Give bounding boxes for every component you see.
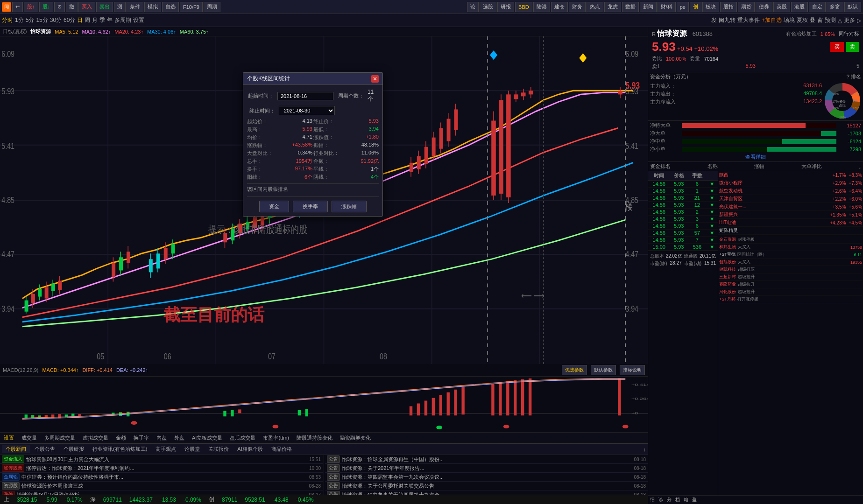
btn-futures[interactable]: 期货 [738,2,755,12]
news-tab-stock[interactable]: 个股新闻 [2,445,30,453]
tab-monthly[interactable]: 月 [92,16,98,24]
tab-minute[interactable]: 分时 [2,16,13,24]
btn-discussion[interactable]: 论 [467,2,479,12]
rank-sort[interactable]: ↓ [859,164,862,169]
btn-circle[interactable]: ⊙ [54,2,65,12]
btn-gang-gu[interactable]: 港股 [791,2,808,12]
news-right-item-4[interactable]: 公告 怡球资源：关于公司委托财关联交易公告 08-18 [325,482,648,490]
jiuzhuan[interactable]: 阑九转 [719,16,736,24]
profit-btn[interactable]: 盈 [692,497,697,503]
news-tab-announcement[interactable]: 个股公告 [31,445,59,453]
stock-list-item[interactable]: HIT电池 +4.23% +4.5% [718,219,863,227]
news-item-1[interactable]: 资金流入 怡球资源08月30日主力资金大幅流入 15:51 [0,455,323,464]
tab-inner[interactable]: 内盘 [155,434,169,442]
tab-outer[interactable]: 外盘 [172,434,186,442]
tab-15min[interactable]: 15分 [36,16,48,24]
btn-undo[interactable]: ↩ [12,2,23,12]
btn-indicator-help[interactable]: 指标说明 [620,365,645,375]
popup-btn-turnover[interactable]: 换手率 [293,201,328,212]
tab-weekly[interactable]: 周 [85,16,90,24]
tab-1min[interactable]: 1分 [15,16,24,24]
btn-optimal-params[interactable]: 优选参数 [562,365,587,375]
btn-news[interactable]: 新闻 [640,2,657,12]
stock-list-item[interactable]: 新疆振兴 +1.35% +5.1% [718,211,863,219]
btn-bonds[interactable]: 债券 [756,2,772,12]
tab-60min[interactable]: 60分 [64,16,75,24]
news-item-3[interactable]: 金属铝 中信证券：预计铝价的高位持续性将强于市... 08:53 [0,473,323,482]
tab-margin[interactable]: 融资融券变化 [338,434,373,442]
btn-hot[interactable]: 热点 [587,2,603,12]
tab-virtual-vol[interactable]: 虚拟成交量 [81,434,110,442]
btn-condition[interactable]: 条件 [127,2,143,12]
btn-stock-up[interactable]: 股↑ [24,2,38,12]
tab-amount[interactable]: 金额 [114,434,128,442]
btn-board[interactable]: 板块 [702,2,719,12]
popup-btn-capital[interactable]: 资金 [259,201,289,212]
arrow-up[interactable]: △ [838,17,842,24]
more[interactable]: 更多 [844,16,855,24]
news-tab-commodity[interactable]: 商品价格 [268,445,296,453]
tab-after-vol[interactable]: 盘后成交量 [228,434,257,442]
news-right-item-1[interactable]: 公告 怡球资源：怡球金属资源再生（中国）股份... 08-18 [325,455,648,464]
btn-f10[interactable]: F10/F9 [180,2,203,12]
btn-pe[interactable]: pe [677,2,689,12]
tab-30min[interactable]: 30分 [50,16,62,24]
news-download[interactable]: ↓ [644,447,646,452]
btn-custom[interactable]: 自选 [162,2,179,12]
btn-finance[interactable]: 财务 [569,2,586,12]
btn-default-params[interactable]: 默认参数 [591,365,616,375]
tab-settings-bottom[interactable]: 设置 [2,434,16,442]
capital-sort-btn[interactable]: ? 排名 [847,73,861,80]
btn-bbd[interactable]: BBD [515,2,532,12]
tab-turnover[interactable]: 换手率 [132,434,151,442]
btn-research[interactable]: 研报 [497,2,514,12]
end-date-select[interactable]: 2021-08-30 [279,106,335,115]
news-tab-report[interactable]: 个股研报 [60,445,88,453]
news-right-item-5[interactable]: 公告 怡球资源：独立董事关于第四届第十九次会... 08-18 [325,490,648,495]
btn-stock-down[interactable]: 股↓ [39,2,54,12]
tab-multi-vol[interactable]: 多周期成交量 [42,434,77,442]
window-btn[interactable]: 窗 [817,16,823,24]
stock-list-item[interactable]: 微信小程序 +2.9% +7.3% [718,179,863,187]
btn-multi-window[interactable]: 多窗 [827,2,843,12]
btn-mark[interactable]: 默认 [844,2,861,12]
box-btn[interactable]: 箱 [684,497,688,503]
btn-create[interactable]: 创 [690,2,701,12]
tab-pe[interactable]: 市盈率(ttm) [261,434,291,442]
major-event[interactable]: 重大事件 [737,16,760,24]
btn-ying-gu[interactable]: 英股 [773,2,790,12]
tab-multi[interactable]: 多周期 [114,16,131,24]
tab-vol[interactable]: 成交量 [20,434,39,442]
btn-sell[interactable]: 卖出 [96,2,113,12]
tab-5min[interactable]: 5分 [26,16,35,24]
news-tab-ai[interactable]: AI相似个股 [233,445,266,453]
news-item-2[interactable]: 涨停股票 涨停雷达：怡球资源：2021年半年度净利润约... 10:00 [0,464,323,473]
detail-btn[interactable]: 细 [650,497,655,503]
btn-cai[interactable]: 财/科 [658,2,676,12]
field[interactable]: 场境 [784,16,795,24]
score-btn[interactable]: 分 [667,497,672,503]
tab-yearly[interactable]: 年 [107,16,113,24]
diagnose-btn[interactable]: 诊 [658,497,663,503]
btn-buy[interactable]: 买入 [78,2,95,12]
stock-list-item[interactable]: 天津自贸区 +2.2% +6.0% [718,195,863,203]
news-item-4[interactable]: 资源股 怡球资源股价本周涨逾三成 08-28 [0,482,323,490]
same-dir-label[interactable]: 同行对标 [839,30,859,37]
popup-close-btn[interactable]: ✕ [371,75,379,83]
btn-measure[interactable]: 测 [114,2,126,12]
news-tab-related[interactable]: 关联报价 [205,445,233,453]
tab-season[interactable]: 季 [99,16,105,24]
predict[interactable]: 预测 [825,16,836,24]
reset-rights[interactable]: 夏权 [797,16,808,24]
add-watchlist[interactable]: +加自选 [762,16,782,24]
btn-choose[interactable]: 选股 [480,2,496,12]
btn-stock-index[interactable]: 股指 [720,2,737,12]
start-date-input[interactable] [277,92,333,100]
tab-ai-vol[interactable]: AI立板成交量 [190,434,224,442]
btn-cancel[interactable]: 撤 [66,2,78,12]
news-tab-forum[interactable]: 论股堂 [181,445,204,453]
news-tab-industry[interactable]: 行业资讯(有色冶炼加工) [89,445,151,453]
btn-jiancang[interactable]: 建仓 [551,2,568,12]
stock-list-item[interactable]: 光伏建筑一... +3.5% +5.6% [718,203,863,211]
play[interactable]: ▷ [857,17,861,24]
